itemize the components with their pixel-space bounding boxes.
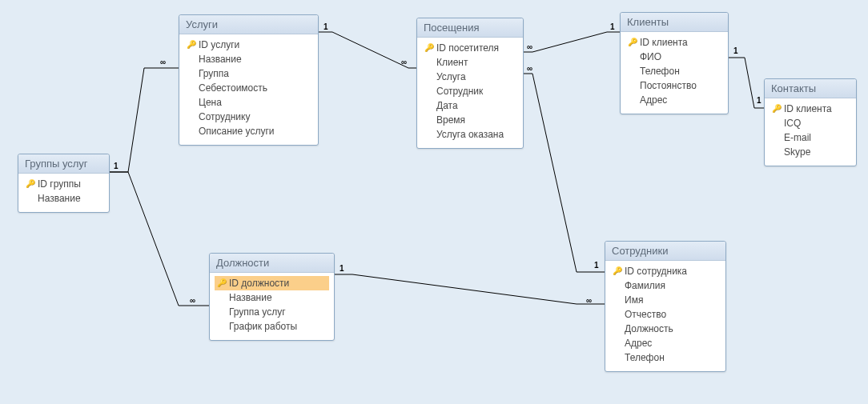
field-row[interactable]: 🔑ID услуги xyxy=(184,38,313,52)
field-row[interactable]: Отчество xyxy=(610,307,721,322)
field-label: ID клиента xyxy=(640,36,688,49)
primary-key-icon: 🔑 xyxy=(610,265,625,278)
field-row[interactable]: Имя xyxy=(610,293,721,307)
field-label: ID группы xyxy=(38,178,81,190)
field-row[interactable]: ФИО xyxy=(625,50,723,64)
key-icon: 🔑 xyxy=(628,36,637,49)
field-label: ID клиента xyxy=(784,102,832,115)
field-label: Отчество xyxy=(625,308,666,321)
field-label: Услуга xyxy=(436,70,466,83)
rel-label-many: ∞ xyxy=(160,58,166,66)
field-row[interactable]: Группа услуг xyxy=(215,305,329,319)
rel-label-one: 1 xyxy=(757,96,762,105)
entity-services[interactable]: Услуги 🔑ID услугиНазваниеГруппаСебестоим… xyxy=(179,14,319,146)
rel-label-many: ∞ xyxy=(586,296,592,305)
field-row[interactable]: Группа xyxy=(184,66,313,81)
field-row[interactable]: Фамилия xyxy=(610,278,721,293)
field-label: Группа xyxy=(199,67,229,80)
entity-clients[interactable]: Клиенты 🔑ID клиентаФИОТелефонПостоянство… xyxy=(620,12,729,114)
field-label: Сотруднику xyxy=(199,110,250,123)
field-row[interactable]: Skype xyxy=(770,145,851,159)
field-label: ID услуги xyxy=(199,38,239,51)
field-row[interactable]: 🔑ID клиента xyxy=(770,102,851,116)
entity-positions[interactable]: Должности 🔑ID должностиНазваниеГруппа ус… xyxy=(209,253,335,341)
rel-label-many: ∞ xyxy=(527,64,532,73)
field-row[interactable]: 🔑ID сотрудника xyxy=(610,264,721,278)
field-row[interactable]: Адрес xyxy=(625,93,723,107)
field-row[interactable]: Название xyxy=(215,290,329,305)
field-label: Дата xyxy=(436,99,458,112)
field-row[interactable]: Сотрудник xyxy=(422,84,518,98)
field-label: ID сотрудника xyxy=(625,265,687,278)
entity-title[interactable]: Посещения xyxy=(417,18,523,38)
rel-label-one: 1 xyxy=(114,162,119,170)
field-label: Адрес xyxy=(640,94,667,106)
entity-title[interactable]: Группы услуг xyxy=(18,154,109,174)
entity-visits[interactable]: Посещения 🔑ID посетителяКлиентУслугаСотр… xyxy=(416,18,524,149)
field-row[interactable]: 🔑ID клиента xyxy=(625,35,723,50)
field-row[interactable]: Клиент xyxy=(422,55,518,70)
field-label: Имя xyxy=(625,294,643,306)
rel-label-one: 1 xyxy=(610,22,615,31)
field-row[interactable]: Должность xyxy=(610,322,721,336)
field-row[interactable]: Услуга xyxy=(422,70,518,84)
entity-title[interactable]: Клиенты xyxy=(621,13,728,32)
field-row[interactable]: Постоянство xyxy=(625,78,723,93)
entity-contacts[interactable]: Контакты 🔑ID клиентаICQE-mailSkype xyxy=(764,78,857,166)
field-label: Услуга оказана xyxy=(436,128,504,141)
field-row[interactable]: Телефон xyxy=(625,64,723,78)
primary-key-icon: 🔑 xyxy=(23,178,38,190)
entity-title[interactable]: Услуги xyxy=(179,15,318,34)
field-row[interactable]: Услуга оказана xyxy=(422,127,518,142)
field-label: Клиент xyxy=(436,56,468,69)
field-row[interactable]: 🔑ID посетителя xyxy=(422,41,518,55)
field-label: Название xyxy=(229,291,272,304)
field-label: ID посетителя xyxy=(436,42,499,54)
field-row[interactable]: Название xyxy=(184,52,313,66)
field-label: Адрес xyxy=(625,337,652,350)
field-row[interactable]: Дата xyxy=(422,98,518,113)
entity-groups[interactable]: Группы услуг 🔑ID группыНазвание xyxy=(18,154,110,213)
field-row[interactable]: Описание услуги xyxy=(184,124,313,138)
field-label: Должность xyxy=(625,322,673,335)
field-label: Описание услуги xyxy=(199,125,275,138)
field-row[interactable]: ICQ xyxy=(770,116,851,130)
field-label: Время xyxy=(436,114,465,126)
field-label: ICQ xyxy=(784,117,801,130)
field-row[interactable]: E-mail xyxy=(770,130,851,145)
primary-key-icon: 🔑 xyxy=(215,277,229,290)
key-icon: 🔑 xyxy=(424,42,434,54)
field-label: Постоянство xyxy=(640,79,697,92)
field-label: Группа услуг xyxy=(229,306,286,318)
field-label: ID должности xyxy=(229,277,289,290)
field-row[interactable]: Цена xyxy=(184,95,313,110)
entity-title[interactable]: Сотрудники xyxy=(605,242,725,261)
field-label: ФИО xyxy=(640,50,661,63)
field-label: Себестоимость xyxy=(199,82,267,94)
key-icon: 🔑 xyxy=(613,265,622,278)
field-row[interactable]: 🔑ID группы xyxy=(23,177,104,191)
rel-label-one: 1 xyxy=(594,261,599,270)
field-row[interactable]: Телефон xyxy=(610,350,721,365)
primary-key-icon: 🔑 xyxy=(770,102,784,115)
field-row[interactable]: Сотруднику xyxy=(184,110,313,124)
field-row[interactable]: Название xyxy=(23,191,104,206)
field-row[interactable]: График работы xyxy=(215,319,329,334)
rel-label-one: 1 xyxy=(340,264,344,273)
field-row[interactable]: Себестоимость xyxy=(184,81,313,95)
rel-label-one: 1 xyxy=(733,46,738,55)
entity-employees[interactable]: Сотрудники 🔑ID сотрудникаФамилияИмяОтчес… xyxy=(605,241,726,372)
field-row[interactable]: Адрес xyxy=(610,336,721,350)
field-label: Сотрудник xyxy=(436,85,483,98)
primary-key-icon: 🔑 xyxy=(422,42,436,54)
key-icon: 🔑 xyxy=(187,38,196,51)
rel-label-many: ∞ xyxy=(401,58,407,66)
field-label: Фамилия xyxy=(625,279,665,292)
entity-title[interactable]: Должности xyxy=(210,254,334,273)
entity-title[interactable]: Контакты xyxy=(765,79,856,98)
field-label: Телефон xyxy=(625,351,665,364)
rel-label-many: ∞ xyxy=(527,42,532,51)
field-row[interactable]: 🔑ID должности xyxy=(215,276,329,290)
field-row[interactable]: Время xyxy=(422,113,518,127)
rel-label-many: ∞ xyxy=(190,296,195,305)
